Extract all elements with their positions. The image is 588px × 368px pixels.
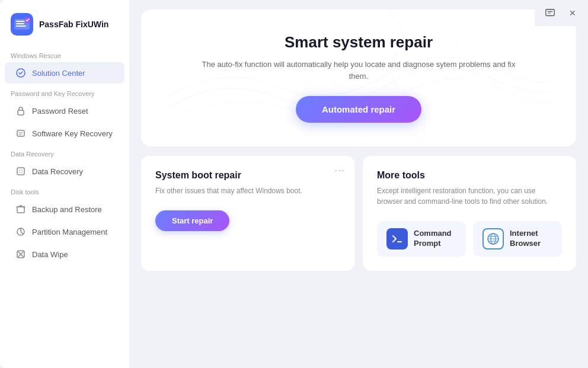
hero-description: The auto-fix function will automatically… [199,59,519,82]
internet-browser-button[interactable]: InternetBrowser [473,221,562,257]
main-content: ✕ Smart system repair The auto-fix funct… [129,0,588,368]
feedback-icon [545,8,555,18]
close-icon: ✕ [569,8,576,18]
password-reset-icon [15,105,26,116]
sidebar-item-partition-management[interactable]: Partition Management [5,221,124,242]
sidebar-section-windows-rescue: Windows Rescue [0,46,129,62]
bottom-row: ··· System boot repair Fix other issues … [141,156,576,271]
backup-restore-label: Backup and Restore [32,205,102,214]
app-title: PassFab FixUWin [39,20,108,29]
password-reset-label: Password Reset [32,107,88,116]
sidebar-section-disk-tools: Disk tools [0,183,129,198]
sidebar: PassFab FixUWin Windows Rescue Solution … [0,0,129,368]
start-repair-button[interactable]: Start repair [155,210,229,231]
more-tools-description: Except intelligent restoration function,… [377,185,562,207]
software-key-label: Software Key Recovery [32,129,113,138]
boot-repair-description: Fix other issues that may affect Windows… [155,185,340,196]
automated-repair-button[interactable]: Automated repair [296,96,421,123]
partition-management-icon [15,226,26,237]
boot-repair-card: ··· System boot repair Fix other issues … [141,156,354,271]
app-logo-icon [11,13,33,36]
command-prompt-icon [386,228,408,249]
solution-center-label: Solution Center [32,69,85,78]
more-tools-card: More tools Except intelligent restoratio… [363,156,576,271]
boot-repair-title: System boot repair [155,170,340,181]
svg-rect-9 [546,9,554,16]
sidebar-item-password-reset[interactable]: Password Reset [5,100,124,121]
data-wipe-label: Data Wipe [32,250,68,259]
internet-browser-icon [482,228,504,249]
data-wipe-icon [15,249,26,260]
sidebar-item-backup-restore[interactable]: Backup and Restore [5,199,124,220]
app-logo: PassFab FixUWin [0,0,129,46]
partition-management-label: Partition Management [32,228,107,236]
feedback-button[interactable] [542,5,558,21]
hero-title: Smart system repair [153,33,564,52]
sidebar-item-data-wipe[interactable]: Data Wipe [5,244,124,265]
sidebar-section-password: Password and Key Recovery [0,84,129,100]
cmd-icon [391,233,403,245]
close-button[interactable]: ✕ [564,5,581,21]
software-key-icon [15,128,26,139]
globe-icon [487,232,500,245]
sidebar-item-solution-center[interactable]: Solution Center [5,62,124,84]
backup-restore-icon [15,204,26,215]
hero-card: Smart system repair The auto-fix functio… [141,9,576,146]
tool-buttons: CommandPrompt InternetBrowser [377,221,562,257]
command-prompt-label: CommandPrompt [414,229,452,249]
sidebar-section-data-recovery: Data Recovery [0,145,129,160]
sidebar-item-software-key-recovery[interactable]: Software Key Recovery [5,123,124,144]
card-menu-dots[interactable]: ··· [334,164,345,177]
more-tools-title: More tools [377,170,562,181]
svg-rect-6 [17,168,24,175]
command-prompt-button[interactable]: CommandPrompt [377,221,466,257]
internet-browser-label: InternetBrowser [510,229,541,249]
title-bar: ✕ [535,0,588,26]
data-recovery-icon [15,166,26,177]
data-recovery-label: Data Recovery [32,167,83,176]
svg-rect-5 [17,130,24,136]
svg-rect-4 [18,110,24,115]
sidebar-item-data-recovery[interactable]: Data Recovery [5,161,124,182]
solution-center-icon [15,68,26,78]
